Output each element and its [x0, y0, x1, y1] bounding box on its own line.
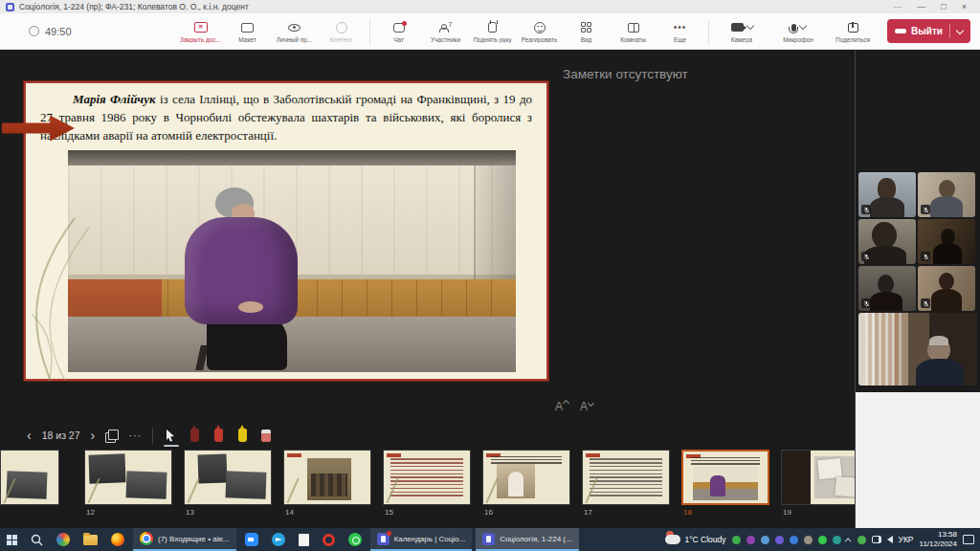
- document-icon: [299, 534, 309, 546]
- pen-tool-button[interactable]: [212, 427, 225, 444]
- react-icon: [534, 22, 546, 33]
- view-icon: [581, 22, 591, 33]
- participant-video-tile-large[interactable]: [858, 313, 977, 386]
- camera-button[interactable]: Камера: [715, 17, 768, 43]
- highlighter-icon: [238, 429, 247, 442]
- participants-button[interactable]: 7 Участники: [423, 17, 468, 43]
- tray-icon[interactable]: [732, 536, 741, 544]
- participant-video-tile[interactable]: [918, 219, 975, 264]
- participant-video-tile[interactable]: [858, 266, 916, 311]
- action-center-icon[interactable]: [963, 535, 974, 544]
- prev-slide-button[interactable]: ‹: [27, 429, 32, 442]
- teams-meeting-window-button[interactable]: Соціологія, 1-224 (...: [476, 528, 579, 551]
- laser-icon: [190, 429, 199, 442]
- highlighter-tool-button[interactable]: [235, 427, 249, 444]
- start-button[interactable]: [0, 528, 24, 551]
- slide-thumbnail-15[interactable]: 15: [383, 450, 471, 528]
- mic-chevron-icon[interactable]: [798, 21, 806, 29]
- slide-thumbnail-19[interactable]: 19: [781, 450, 855, 528]
- participant-video-tile[interactable]: [858, 219, 916, 264]
- window-close-icon[interactable]: ×: [962, 2, 967, 11]
- volume-icon[interactable]: [887, 536, 893, 543]
- firefox-taskbar-button[interactable]: [104, 528, 131, 551]
- search-button[interactable]: [24, 528, 50, 551]
- nav-divider: [152, 428, 153, 444]
- decrease-chevron-icon: [588, 400, 594, 407]
- presentation-stage: Марія Флійчук із села Іллінці, що в Забо…: [0, 50, 980, 528]
- pointer-tool-button[interactable]: [164, 427, 177, 444]
- opera-taskbar-button[interactable]: [316, 528, 342, 551]
- rooms-button[interactable]: Комнаты: [611, 17, 656, 43]
- tray-icon[interactable]: [775, 536, 784, 544]
- telegram-taskbar-button[interactable]: [265, 528, 292, 551]
- laser-tool-button[interactable]: [188, 427, 201, 444]
- increase-chevron-icon: [563, 400, 569, 407]
- stop-sharing-button[interactable]: × Закрыть дос...: [178, 17, 223, 43]
- slide-thumbnail-11[interactable]: [0, 450, 59, 528]
- participants-panel-empty-area: [856, 392, 980, 528]
- grid-view-icon[interactable]: [105, 430, 118, 442]
- tray-icon[interactable]: [833, 536, 841, 544]
- tray-icon[interactable]: [858, 536, 866, 544]
- private-view-button[interactable]: Личный пр...: [272, 17, 317, 43]
- teams-icon: [482, 533, 495, 545]
- camera-chevron-icon[interactable]: [746, 21, 753, 29]
- mic-icon: [791, 24, 796, 32]
- weather-widget[interactable]: 1°C Cloudy: [665, 535, 725, 544]
- windows-icon: [7, 535, 17, 545]
- leave-chevron-icon[interactable]: [956, 26, 964, 33]
- tray-icon[interactable]: [818, 536, 827, 544]
- zoom-taskbar-button[interactable]: [238, 528, 265, 551]
- layout-icon: [241, 23, 254, 33]
- window-maximize-icon[interactable]: □: [941, 2, 946, 11]
- notes-placeholder: Заметки отсутствуют: [563, 67, 688, 81]
- slide-thumbnail-14[interactable]: 14: [283, 450, 371, 528]
- teams-calendar-window-button[interactable]: Календарь | Соціо...: [370, 528, 473, 551]
- participant-video-tile[interactable]: [918, 266, 975, 311]
- participant-video-tile[interactable]: [918, 172, 975, 217]
- next-slide-button[interactable]: ›: [91, 429, 96, 442]
- mic-muted-icon: [921, 252, 930, 261]
- slide-thumbnail-18-current[interactable]: 18: [681, 450, 769, 528]
- participant-video-tile[interactable]: [858, 172, 916, 217]
- slide-thumbnail-13[interactable]: 13: [184, 450, 272, 528]
- language-indicator[interactable]: УКР: [899, 535, 914, 544]
- view-button[interactable]: Вид: [564, 17, 609, 43]
- notification-dot: [387, 531, 391, 536]
- window-minimize-icon[interactable]: —: [917, 2, 925, 11]
- mic-button[interactable]: Микрофон: [770, 17, 826, 43]
- raise-hand-button[interactable]: Поднять руку: [470, 17, 515, 43]
- meeting-toolbar: 49:50 × Закрыть дос... Макет Личный пр..…: [0, 13, 980, 50]
- slide-thumbnail-16[interactable]: 16: [482, 450, 570, 528]
- slide-thumbnail-17[interactable]: 17: [582, 450, 670, 528]
- tray-icon[interactable]: [761, 536, 769, 544]
- document-taskbar-button[interactable]: [292, 528, 316, 551]
- rooms-icon: [628, 23, 639, 33]
- mic-muted-icon: [861, 252, 871, 261]
- eraser-tool-button[interactable]: [259, 427, 273, 444]
- tray-icon[interactable]: [746, 536, 755, 544]
- slide-nav-bar: ‹ 18 из 27 › ···: [27, 423, 273, 448]
- chat-button[interactable]: Чат: [376, 17, 421, 43]
- react-button[interactable]: Реагировать: [517, 17, 562, 43]
- tray-icon[interactable]: [790, 536, 798, 544]
- nav-more-button[interactable]: ···: [128, 430, 142, 441]
- share-button[interactable]: Поделиться: [828, 17, 878, 43]
- whatsapp-icon: [348, 533, 362, 546]
- window-more-icon[interactable]: ···: [893, 2, 902, 11]
- edge-taskbar-button[interactable]: [50, 528, 77, 551]
- slide-filmstrip: 12 13 14 15 16 17 18 19: [0, 450, 855, 528]
- chat-badge: [402, 21, 407, 26]
- taskbar-clock[interactable]: 13:58 11/12/2024: [920, 530, 957, 549]
- tray-expand-icon[interactable]: [844, 538, 851, 544]
- chrome-window-button[interactable]: (7) Входящие • ale...: [133, 528, 236, 551]
- layout-button[interactable]: Макет: [225, 17, 270, 43]
- tray-icon[interactable]: [804, 536, 813, 544]
- leave-button[interactable]: Выйти: [887, 19, 970, 43]
- whatsapp-taskbar-button[interactable]: [342, 528, 368, 551]
- decrease-text-button[interactable]: A: [580, 400, 593, 413]
- increase-text-button[interactable]: A: [555, 400, 568, 413]
- explorer-taskbar-button[interactable]: [77, 528, 104, 551]
- slide-thumbnail-12[interactable]: 12: [84, 450, 172, 528]
- more-button[interactable]: ••• Еще: [657, 17, 702, 43]
